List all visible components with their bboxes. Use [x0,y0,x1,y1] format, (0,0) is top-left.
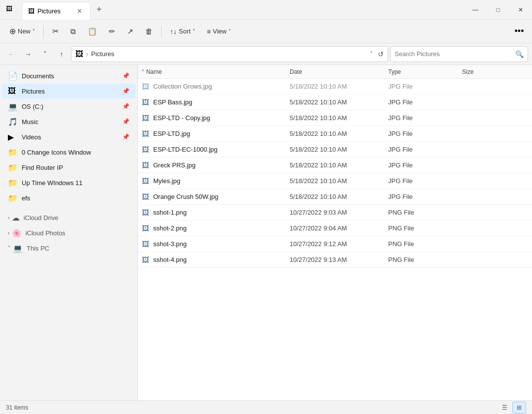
table-row[interactable]: 🖼 sshot-2.png 10/27/2022 9:04 AM PNG Fil… [138,221,532,236]
search-input[interactable] [395,50,512,58]
sidebar-item-videos[interactable]: ▶ Videos 📌 [2,129,135,144]
forward-button[interactable]: → [21,47,35,62]
sidebar-item-documents[interactable]: 📄 Documents 📌 [2,68,135,83]
tile-view-button[interactable]: ⊞ [512,402,526,414]
sidebar-item-label: Documents [22,72,120,80]
new-button[interactable]: ⊕ New ˅ [4,23,40,40]
up-button[interactable]: ↑ [54,47,69,62]
file-name-cell: 🖼 sshot-4.png [142,255,290,264]
search-box[interactable]: 🔍 [390,46,528,62]
column-date-header[interactable]: Date [290,68,388,75]
sidebar-item-label: iCloud Drive [24,214,59,222]
sidebar-item-label: Up Time WIndows 11 [22,179,130,187]
copy-button[interactable]: ⧉ [65,23,81,40]
sidebar-item-osc[interactable]: 💻 OS (C:) 📌 [2,99,135,114]
sidebar-item-label: Videos [22,133,120,141]
file-list: ^ Name Date Type Size 🖼 Collection Grows… [138,65,532,400]
column-name-label: Name [146,68,162,75]
folder-icon: 📁 [8,193,18,203]
file-name-label: Collection Grows.jpg [153,83,212,90]
sort-icon: ↑↓ [170,28,177,35]
back-button[interactable]: ← [4,47,19,62]
more-icon: ••• [515,26,524,36]
table-row[interactable]: 🖼 ESP-LTD - Copy.jpg 5/18/2022 10:10 AM … [138,110,532,126]
file-date-cell: 10/27/2022 9:12 AM [290,240,388,248]
documents-icon: 📄 [8,71,18,81]
file-date-cell: 10/27/2022 9:04 AM [290,224,388,232]
titlebar: 🖼 🖼 Pictures ✕ + — □ ✕ [0,0,532,20]
sidebar-expand-icloud-photos[interactable]: › 🌸 iCloud Photos [2,225,135,240]
file-icon: 🖼 [142,82,149,91]
window-controls: — □ ✕ [464,0,532,20]
expand-arrow-icon: › [8,230,10,236]
delete-button[interactable]: 🗑 [140,23,158,40]
pin-icon: 📌 [122,88,130,95]
table-row[interactable]: 🖼 Myles.jpg 5/18/2022 10:10 AM JPG File [138,173,532,189]
address-path[interactable]: 🖼 › Pictures ˅ ↺ [71,46,388,62]
file-name-cell: 🖼 Collection Grows.jpg [142,82,290,91]
expand-arrow-icon: ˅ [8,245,11,252]
file-name-label: sshot-2.png [153,224,187,232]
table-row[interactable]: 🖼 Greck PRS.jpg 5/18/2022 10:10 AM JPG F… [138,158,532,173]
table-row[interactable]: 🖼 ESP Bass.jpg 5/18/2022 10:10 AM JPG Fi… [138,95,532,110]
rename-button[interactable]: ✏ [103,23,121,40]
sidebar-expand-icloud-drive[interactable]: › ☁ iCloud Drive [2,210,135,225]
file-type-cell: JPG File [388,193,462,200]
icloud-drive-icon: ☁ [12,213,20,223]
sidebar-item-music[interactable]: 🎵 Music 📌 [2,114,135,129]
minimize-button[interactable]: — [464,0,487,20]
table-row[interactable]: 🖼 ESP-LTD.jpg 5/18/2022 10:10 AM JPG Fil… [138,126,532,142]
column-size-header[interactable]: Size [462,68,501,75]
sort-button[interactable]: ↑↓ Sort ˅ [165,23,200,40]
statusbar: 31 items ☰ ⊞ [0,400,532,414]
new-tab-button[interactable]: + [93,4,106,15]
view-toggle-group: ☰ ⊞ [498,402,526,414]
expand-button[interactable]: ˅ [37,47,52,62]
cut-icon: ✂ [52,27,59,36]
file-icon: 🖼 [142,114,149,122]
file-type-cell: JPG File [388,98,462,106]
close-button[interactable]: ✕ [509,0,532,20]
sidebar-expand-this-pc[interactable]: ˅ 💻 This PC [2,241,135,255]
file-name-cell: 🖼 sshot-1.png [142,208,290,217]
table-row[interactable]: 🖼 Collection Grows.jpg 5/18/2022 10:10 A… [138,79,532,95]
sidebar-item-change-icons[interactable]: 📁 0 Change Icons Window [2,145,135,159]
table-row[interactable]: 🖼 sshot-3.png 10/27/2022 9:12 AM PNG Fil… [138,236,532,252]
list-view-button[interactable]: ☰ [498,402,511,414]
more-button[interactable]: ••• [510,23,528,40]
file-name-label: sshot-4.png [153,256,187,263]
maximize-button[interactable]: □ [487,0,509,20]
file-name-cell: 🖼 ESP Bass.jpg [142,98,290,106]
column-name-header[interactable]: ^ Name [142,68,290,75]
sidebar-item-efs[interactable]: 📁 efs [2,191,135,205]
tab-close-button[interactable]: ✕ [75,6,84,16]
table-row[interactable]: 🖼 ESP-LTD-EC-1000.jpg 5/18/2022 10:10 AM… [138,142,532,158]
table-row[interactable]: 🖼 Orange Crush 50W.jpg 5/18/2022 10:10 A… [138,189,532,205]
file-name-cell: 🖼 Myles.jpg [142,177,290,185]
table-row[interactable]: 🖼 sshot-4.png 10/27/2022 9:13 AM PNG Fil… [138,252,532,268]
tab-icon: 🖼 [28,7,34,15]
column-type-header[interactable]: Type [388,68,462,75]
delete-icon: 🗑 [145,27,153,35]
sidebar-item-label: Music [22,118,120,126]
file-type-cell: JPG File [388,130,462,137]
toolbar: ⊕ New ˅ ✂ ⧉ 📋 ✏ ↗ 🗑 ↑↓ Sort ˅ ≡ View ˅ •… [0,20,532,43]
paste-icon: 📋 [88,27,97,36]
osc-icon: 💻 [8,102,18,111]
sidebar-item-pictures[interactable]: 🖼 Pictures 📌 [2,84,135,98]
cut-button[interactable]: ✂ [47,23,64,40]
paste-button[interactable]: 📋 [82,23,102,40]
file-type-cell: JPG File [388,177,462,185]
file-date-cell: 5/18/2022 10:10 AM [290,83,388,90]
view-button[interactable]: ≡ View ˅ [201,23,236,40]
sidebar-item-find-router[interactable]: 📁 Find Router IP [2,160,135,175]
rename-icon: ✏ [109,27,115,36]
column-date-label: Date [290,68,302,75]
copy-icon: ⧉ [70,27,76,36]
share-button[interactable]: ↗ [122,23,139,40]
file-date-cell: 5/18/2022 10:10 AM [290,130,388,137]
tab-pictures[interactable]: 🖼 Pictures ✕ [22,2,91,20]
folder-icon: 📁 [8,178,18,188]
table-row[interactable]: 🖼 sshot-1.png 10/27/2022 9:03 AM PNG Fil… [138,205,532,221]
sidebar-item-uptime[interactable]: 📁 Up Time WIndows 11 [2,175,135,190]
